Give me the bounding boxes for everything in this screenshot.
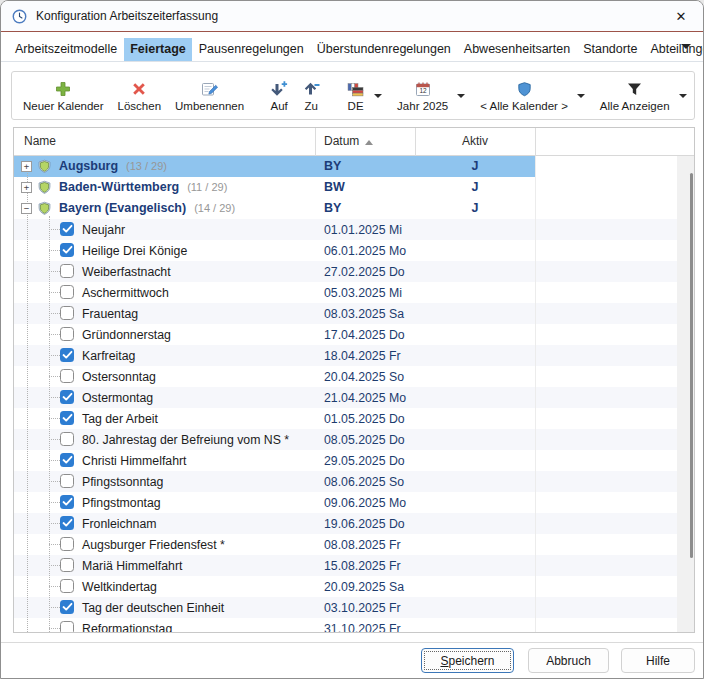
country-button-dropdown[interactable] [372, 74, 390, 117]
checkbox-checked[interactable] [60, 453, 74, 467]
checkbox-checked[interactable] [60, 600, 74, 614]
holiday-name: Christi Himmelfahrt [82, 454, 187, 468]
expand-node-icon[interactable]: + [21, 161, 32, 172]
holiday-name: Fronleichnam [82, 517, 157, 531]
tab-abwesenheitsarten[interactable]: Abwesenheitsarten [458, 38, 576, 61]
tab-arbeitszeitmodelle[interactable]: Arbeitszeitmodelle [9, 38, 123, 61]
checkbox-checked[interactable] [60, 390, 74, 404]
holiday-row[interactable]: Gründonnerstag17.04.2025 Do [14, 324, 694, 345]
holiday-row[interactable]: Mariä Himmelfahrt15.08.2025 Fr [14, 555, 694, 576]
tab-pausenregelungen[interactable]: Pausenregelungen [193, 38, 310, 61]
checkbox-checked[interactable] [60, 516, 74, 530]
expand-node-icon[interactable]: + [21, 182, 32, 193]
checkbox-unchecked[interactable] [60, 537, 74, 551]
holiday-row[interactable]: Heilige Drei Könige06.01.2025 Mo [14, 240, 694, 261]
checkbox-unchecked[interactable] [60, 327, 74, 341]
holiday-row[interactable]: Christi Himmelfahrt29.05.2025 Do [14, 450, 694, 471]
expand-button[interactable]: Auf [263, 74, 295, 117]
close-icon[interactable]: ✕ [659, 1, 703, 31]
toolbar-button-label: < Alle Kalender > [480, 100, 568, 112]
tab--berstundenregelungen[interactable]: Überstundenregelungen [311, 38, 457, 61]
holiday-row[interactable]: Weiberfastnacht27.02.2025 Do [14, 261, 694, 282]
tab-abteilungen[interactable]: Abteilungen [644, 38, 704, 61]
checkbox-unchecked[interactable] [60, 264, 74, 278]
holiday-name: Ostersonntag [82, 370, 156, 384]
help-button[interactable]: Hilfe [621, 648, 695, 673]
checkbox-unchecked[interactable] [60, 432, 74, 446]
holiday-date: 17.04.2025 Do [324, 328, 405, 342]
holiday-date: 06.01.2025 Mo [324, 244, 406, 258]
checkbox-unchecked[interactable] [60, 621, 74, 633]
checkbox-unchecked[interactable] [60, 579, 74, 593]
checkbox-unchecked[interactable] [60, 306, 74, 320]
holiday-row[interactable]: 80. Jahrestag der Befreiung vom NS *08.0… [14, 429, 694, 450]
year-button-dropdown[interactable] [455, 74, 473, 117]
holiday-name: Neujahr [82, 223, 125, 237]
holiday-name: Tag der deutschen Einheit [82, 601, 224, 615]
footer-divider [1, 642, 703, 643]
holiday-row[interactable]: Augsburger Friedensfest *08.08.2025 Fr [14, 534, 694, 555]
year-button[interactable]: 12Jahr 2025 [390, 74, 455, 117]
calendar-row[interactable]: +Augsburg(13 / 29)BYJ [14, 156, 694, 177]
holiday-name: Heilige Drei Könige [82, 244, 187, 258]
cancel-button[interactable]: Abbruch [528, 648, 609, 673]
dialog-window: Konfiguration Arbeitszeiterfassung ✕ Arb… [0, 0, 704, 679]
checkbox-unchecked[interactable] [60, 369, 74, 383]
checkbox-checked[interactable] [60, 222, 74, 236]
calendar-filter-button[interactable]: < Alle Kalender > [473, 74, 575, 117]
holiday-row[interactable]: Weltkindertag20.09.2025 Sa [14, 576, 694, 597]
column-header-aktiv[interactable]: Aktiv [415, 134, 535, 148]
calendar-row[interactable]: −Bayern (Evangelisch)(14 / 29)BYJ [14, 198, 694, 219]
holiday-row[interactable]: Pfingstsonntag08.06.2025 So [14, 471, 694, 492]
holiday-row[interactable]: Pfingstmontag09.06.2025 Mo [14, 492, 694, 513]
column-header-name[interactable]: Name [24, 134, 56, 148]
holiday-row[interactable]: Tag der deutschen Einheit03.10.2025 Fr [14, 597, 694, 618]
calendar-shield-icon [37, 201, 52, 216]
checkbox-unchecked[interactable] [60, 474, 74, 488]
holiday-row[interactable]: Karfreitag18.04.2025 Fr [14, 345, 694, 366]
checkbox-checked[interactable] [60, 348, 74, 362]
toolbar: Neuer KalenderLöschenUmbenennenAufZuDE12… [11, 71, 695, 120]
checkbox-unchecked[interactable] [60, 285, 74, 299]
toolbar-button-label: Umbenennen [175, 100, 244, 112]
checkbox-checked[interactable] [60, 495, 74, 509]
checkbox-checked[interactable] [60, 411, 74, 425]
checkbox-unchecked[interactable] [60, 558, 74, 572]
tab-standorte[interactable]: Standorte [577, 38, 643, 61]
checkbox-checked[interactable] [60, 243, 74, 257]
holiday-row[interactable]: Aschermittwoch05.03.2025 Mi [14, 282, 694, 303]
titlebar: Konfiguration Arbeitszeiterfassung ✕ [1, 1, 703, 31]
rename-button[interactable]: Umbenennen [168, 74, 251, 117]
scrollbar-thumb[interactable] [690, 173, 693, 558]
holiday-date: 18.04.2025 Fr [324, 349, 401, 363]
shield-blue-icon [516, 79, 533, 99]
holiday-row[interactable]: Tag der Arbeit01.05.2025 Do [14, 408, 694, 429]
calendar-row[interactable]: +Baden-Württemberg(11 / 29)BWJ [14, 177, 694, 198]
holiday-row[interactable]: Reformationstag31.10.2025 Fr [14, 618, 694, 633]
country-button[interactable]: DE [339, 74, 372, 117]
holiday-row[interactable]: Ostersonntag20.04.2025 So [14, 366, 694, 387]
holiday-row[interactable]: Ostermontag21.04.2025 Mo [14, 387, 694, 408]
column-header-datum[interactable]: Datum [324, 134, 373, 148]
save-button[interactable]: Speichern [421, 648, 514, 673]
show-filter-button[interactable]: Alle Anzeigen [593, 74, 677, 117]
holiday-date: 08.05.2025 Do [324, 433, 405, 447]
holiday-date: 08.03.2025 Sa [324, 307, 404, 321]
calendar-filter-button-dropdown[interactable] [575, 74, 593, 117]
delete-button[interactable]: Löschen [111, 74, 168, 117]
collapse-node-icon[interactable]: − [21, 203, 32, 214]
tab-feiertage[interactable]: Feiertage [124, 38, 192, 61]
show-filter-button-dropdown[interactable] [677, 74, 695, 117]
chevron-down-icon[interactable] [681, 44, 691, 49]
holiday-date: 27.02.2025 Do [324, 265, 405, 279]
calendar-shield-icon [37, 159, 52, 174]
holiday-row[interactable]: Fronleichnam19.06.2025 Do [14, 513, 694, 534]
holiday-date: 03.10.2025 Fr [324, 601, 401, 615]
holiday-row[interactable]: Neujahr01.01.2025 Mi [14, 219, 694, 240]
calendar-region: BW [324, 180, 345, 194]
collapse-button[interactable]: Zu [295, 74, 327, 117]
holiday-row[interactable]: Frauentag08.03.2025 Sa [14, 303, 694, 324]
flags-icon [346, 79, 365, 99]
vertical-scrollbar[interactable] [677, 156, 694, 633]
new-calendar-button[interactable]: Neuer Kalender [16, 74, 111, 117]
